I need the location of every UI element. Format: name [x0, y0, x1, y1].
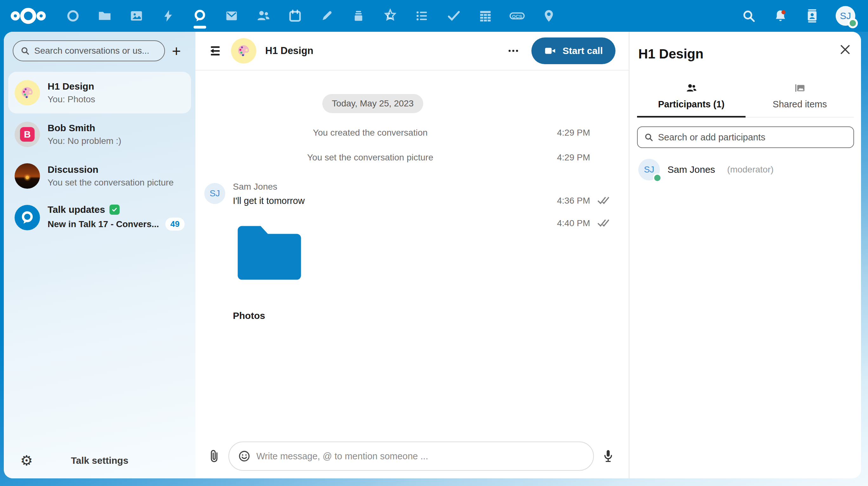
system-message-row: You created the conversation 4:29 PM: [204, 128, 611, 138]
read-receipt: [590, 196, 611, 205]
sunset-photo-avatar: [14, 163, 40, 189]
collapse-sidebar-button[interactable]: [206, 42, 224, 60]
shared-folder-name: Photos: [233, 310, 536, 321]
details-tabs: Participants (1) Shared items: [637, 82, 854, 117]
talk-logo-icon: [19, 209, 35, 226]
system-message-row: You set the conversation picture 4:29 PM: [204, 152, 611, 163]
participant-role: (moderator): [727, 165, 773, 175]
conversation-last-message: You: Photos: [48, 94, 185, 105]
participant-search-input[interactable]: [658, 132, 847, 143]
app-maps[interactable]: [533, 0, 565, 32]
ellipsis-icon: [507, 45, 520, 57]
sender-avatar: SJ: [204, 183, 225, 204]
user-avatar[interactable]: SJ: [836, 6, 855, 26]
shared-folder-attachment[interactable]: Photos: [233, 218, 536, 321]
checkmark-icon: [446, 8, 461, 23]
tab-label: Shared items: [773, 99, 827, 110]
conversation-item-h1-design[interactable]: H1 Design You: Photos: [8, 72, 191, 113]
conversation-last-message: You set the conversation picture: [48, 177, 185, 188]
folder-icon: [233, 223, 306, 283]
nextcloud-logo[interactable]: [9, 6, 47, 26]
details-title: H1 Design: [638, 47, 703, 62]
active-app-underline: [193, 26, 206, 29]
conversation-text: Talk updates New in Talk 17 - Convers...…: [48, 204, 185, 231]
palette-icon: [19, 85, 35, 101]
app-tables[interactable]: [469, 0, 501, 32]
voice-message-button[interactable]: [602, 449, 614, 463]
app-photos[interactable]: [121, 0, 152, 32]
contacts-menu-button[interactable]: [796, 0, 828, 32]
conversation-last-message: New in Talk 17 - Convers... 49: [48, 218, 185, 231]
mail-icon: [225, 9, 239, 23]
app-talk[interactable]: [184, 0, 216, 32]
message-input[interactable]: [256, 451, 584, 461]
conversation-list: H1 Design You: Photos B Bob Smith You: N…: [4, 70, 195, 238]
unified-search-button[interactable]: [733, 0, 765, 32]
close-panel-button[interactable]: [836, 41, 854, 58]
participant-online-dot: [653, 173, 662, 182]
attach-file-button[interactable]: [208, 449, 220, 463]
unread-count-badge: 49: [165, 218, 185, 231]
conversation-title: Bob Smith: [48, 123, 185, 134]
app-collectives[interactable]: [374, 0, 406, 32]
app-forms[interactable]: [438, 0, 469, 32]
app-launcher-row: OCS: [57, 0, 565, 32]
microphone-icon: [602, 449, 614, 463]
chat-header: H1 Design Start call: [195, 32, 629, 70]
app-activity[interactable]: [152, 0, 184, 32]
conversation-text: Discussion You set the conversation pict…: [48, 164, 185, 188]
message-row: I'll get it tomorrow 4:36 PM: [233, 196, 611, 206]
app-calendar[interactable]: [279, 0, 311, 32]
message-author: Sam Jones: [233, 182, 611, 192]
app-mail[interactable]: [216, 0, 247, 32]
date-separator: Today, May 25, 2023: [322, 94, 423, 113]
new-conversation-button[interactable]: +: [165, 39, 188, 62]
conversations-sidebar: + H1 Design You: Photos: [4, 32, 195, 478]
conversation-avatar: [231, 38, 256, 63]
conversation-actions-button[interactable]: [502, 40, 524, 62]
double-check-icon: [597, 218, 611, 228]
palette-avatar: [14, 80, 40, 106]
smiley-icon: [238, 450, 251, 462]
participant-row[interactable]: SJ Sam Jones (moderator): [637, 156, 854, 183]
paperclip-icon: [208, 449, 220, 463]
message-input-box[interactable]: [228, 441, 594, 471]
participant-search-box[interactable]: [637, 126, 854, 148]
system-message-text: You created the conversation: [204, 128, 536, 138]
tab-participants[interactable]: Participants (1): [637, 82, 746, 117]
tab-label: Participants (1): [658, 99, 724, 110]
start-call-label: Start call: [562, 46, 603, 56]
app-contacts[interactable]: [247, 0, 279, 32]
folder-icon: [98, 9, 112, 23]
app-files[interactable]: [89, 0, 121, 32]
palette-icon: [236, 43, 252, 59]
conversation-item-discussion[interactable]: Discussion You set the conversation pict…: [8, 155, 191, 197]
letter-b-chip: B: [20, 127, 35, 142]
conversation-search-input[interactable]: [34, 46, 157, 56]
notifications-button[interactable]: [765, 0, 796, 32]
conversation-title: H1 Design: [48, 81, 185, 92]
start-call-button[interactable]: Start call: [531, 37, 616, 64]
talk-logo-avatar: [14, 205, 40, 230]
star-icon: [383, 8, 398, 23]
svg-text:OCS: OCS: [512, 14, 522, 19]
sender-initials: SJ: [210, 189, 220, 199]
app-deck[interactable]: [343, 0, 374, 32]
app-tasks[interactable]: [406, 0, 438, 32]
app-ocs[interactable]: OCS: [501, 0, 533, 32]
calendar-icon: [288, 9, 302, 23]
talk-settings-button[interactable]: ⚙ Talk settings: [4, 443, 195, 478]
message-text: I'll get it tomorrow: [233, 196, 536, 206]
details-header: H1 Design: [637, 41, 854, 62]
system-message-text: You set the conversation picture: [204, 152, 536, 163]
chat-view: H1 Design Start call Today, May 25, 2023…: [195, 32, 629, 478]
app-dashboard[interactable]: [57, 0, 89, 32]
conversation-item-bob-smith[interactable]: B Bob Smith You: No problem :): [8, 113, 191, 155]
conversation-item-talk-updates[interactable]: Talk updates New in Talk 17 - Convers...…: [8, 197, 191, 238]
app-notes[interactable]: [311, 0, 343, 32]
tab-shared-items[interactable]: Shared items: [746, 82, 854, 117]
emoji-picker-button[interactable]: [238, 450, 251, 462]
shared-items-icon: [794, 82, 806, 94]
participant-name: Sam Jones: [668, 164, 715, 175]
conversation-search-box[interactable]: [13, 40, 165, 61]
